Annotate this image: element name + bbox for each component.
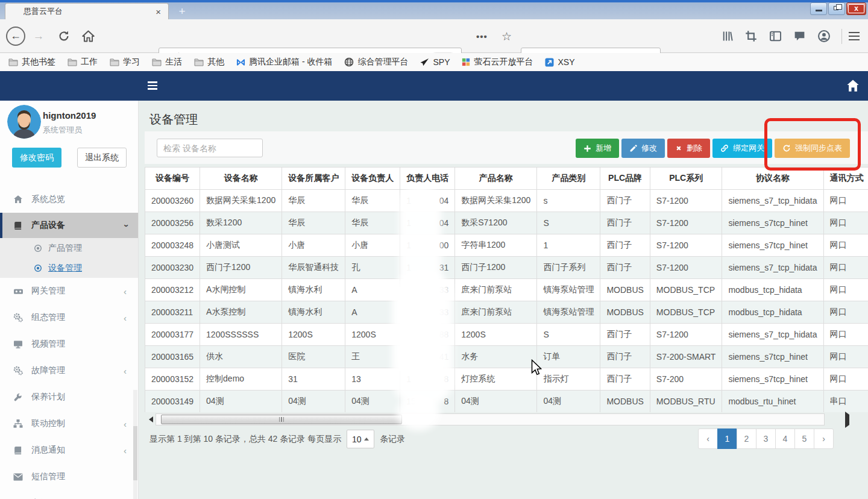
home-button[interactable] (82, 30, 95, 42)
browser-tab[interactable]: 思普云平台 × (5, 3, 169, 19)
sidebar-item-label: 设备管理 (48, 263, 82, 274)
cell: 200003165 (145, 346, 200, 368)
table-row[interactable]: 200003152控制demo311318灯控系统指示灯西门子S7-200sie… (145, 368, 868, 391)
folder-icon (68, 58, 77, 66)
sidebar-item[interactable]: 组态管理‹ (0, 304, 139, 331)
logout-button[interactable]: 退出系统 (77, 148, 127, 168)
column-header: 设备编号 (145, 168, 200, 190)
cell: 华辰 (282, 212, 345, 234)
hscroll-left-arrow[interactable] (146, 413, 156, 425)
table-row[interactable]: 200003212A水闸控制镇海水利A33庶来门前泵站镇海泵站管理MODBUSM… (145, 279, 868, 301)
cell: 镇海水利 (282, 279, 345, 301)
table-row[interactable]: 20000314904测04测04测15804测04测MODBUSMODBUS_… (145, 391, 868, 413)
bookmark-item[interactable]: SPY (420, 57, 450, 67)
new-tab-button[interactable]: + (174, 5, 190, 18)
cell-phone: 33 (400, 279, 455, 301)
next-page-button[interactable]: › (814, 428, 834, 449)
bookmark-item[interactable]: 生活 (152, 57, 182, 67)
cell: S (537, 324, 600, 346)
action-button[interactable]: 修改 (621, 139, 665, 158)
bookmark-item[interactable]: XSY (545, 57, 574, 67)
page-button[interactable]: 3 (756, 428, 776, 449)
sidebar-item[interactable]: 联动控制‹ (0, 410, 139, 437)
summary-suffix: 条记录 (380, 434, 405, 445)
table-row[interactable]: 200003260数据网关采集1200华辰华辰104数据网关采集1200s西门子… (145, 190, 868, 212)
change-password-button[interactable]: 修改密码 (12, 148, 61, 168)
table-row[interactable]: 2000031771200SSSSSS1200S1200S881200SS西门子… (145, 324, 868, 346)
home-icon (82, 30, 95, 42)
hscroll-right-arrow[interactable] (845, 415, 849, 425)
library-button[interactable] (721, 30, 733, 42)
sidebar-item[interactable]: 车间管理 (0, 490, 139, 499)
bookmark-item[interactable]: 萤石云开放平台 (462, 57, 533, 67)
cell: S7-1200 (650, 212, 722, 234)
sidebar-item[interactable]: 设备管理 (0, 258, 139, 278)
tab-close-button[interactable]: × (153, 7, 163, 17)
cell: modbus_tcp_hidata (722, 301, 823, 324)
action-button[interactable]: 新增 (576, 139, 619, 158)
sidebar-item[interactable]: 网关管理‹ (0, 278, 139, 304)
messenger-button[interactable] (793, 30, 806, 42)
username: hignton2019 (43, 110, 96, 121)
action-button[interactable]: 删除 (667, 139, 710, 158)
reload-button[interactable] (58, 30, 70, 42)
sidebar-collapse-button[interactable] (148, 81, 157, 92)
avatar[interactable] (7, 105, 41, 139)
menu-button[interactable] (849, 32, 860, 42)
device-search-input[interactable] (157, 139, 263, 157)
back-button[interactable]: ← (6, 27, 25, 46)
cell: 数采1200 (200, 212, 282, 234)
bookmark-label: 萤石云开放平台 (474, 57, 533, 67)
sidebar-item[interactable]: 保养计划 (0, 384, 139, 410)
minimize-button[interactable] (810, 2, 827, 15)
sidebar-item[interactable]: 产品设备‹ (0, 213, 139, 238)
horizontal-scrollbar[interactable] (156, 413, 825, 425)
bookmark-item[interactable]: 其他 (194, 57, 224, 67)
bookmark-item[interactable]: 腾讯企业邮箱 - 收件箱 (236, 57, 332, 67)
cell: S7-1200 (650, 190, 722, 212)
cell: 1200S (345, 324, 400, 346)
bookmark-item[interactable]: 其他书签 (8, 57, 55, 67)
cell: S7-1200 (650, 324, 722, 346)
chevron-left-icon: ‹ (124, 313, 127, 323)
account-button[interactable] (817, 30, 831, 43)
sidebar-item-label: 视频管理 (31, 339, 65, 350)
cell: 网口 (823, 257, 868, 279)
sidebar-toggle-button[interactable] (769, 30, 782, 42)
page-button[interactable]: 5 (794, 428, 814, 449)
cell: A (345, 301, 400, 324)
scrollbar-thumb[interactable] (161, 415, 402, 424)
page-button[interactable]: 2 (737, 428, 756, 449)
table-row[interactable]: 200003211A水泵控制镇海水利A33庶来门前泵站镇海泵站管理MODBUSM… (145, 301, 868, 324)
sidebar-item[interactable]: 系统总览 (0, 186, 139, 213)
restore-button[interactable] (828, 2, 845, 15)
sidebar-item[interactable]: 短信管理 (0, 463, 139, 490)
action-button[interactable]: 绑定网关 (712, 139, 772, 158)
bookmark-star-button[interactable]: ☆ (502, 29, 512, 43)
screenshot-button[interactable] (745, 30, 757, 42)
close-button[interactable]: x (846, 2, 866, 15)
table-row[interactable]: 200003256数采1200华辰华辰104数采S71200S西门子S7-120… (145, 212, 868, 234)
bookmark-item[interactable]: 学习 (110, 57, 140, 67)
page-actions-button[interactable]: ••• (476, 31, 488, 41)
bookmark-item[interactable]: 工作 (68, 57, 98, 67)
sidebar-item[interactable]: 故障管理‹ (0, 357, 139, 384)
table-row[interactable]: 200003248小唐测试小唐小唐100字符串12001西门子S7-1200si… (145, 234, 868, 257)
forward-button[interactable]: → (31, 30, 46, 43)
table-row[interactable]: 200003230西门子1200华辰智通科技孔131西门子1200西门子系列西门… (145, 257, 868, 279)
sidebar-item-label: 保养计划 (31, 392, 65, 403)
sidebar-scrollbar[interactable] (133, 390, 137, 499)
prev-page-button[interactable]: ‹ (698, 428, 718, 449)
sidebar-item[interactable]: 产品管理 (0, 238, 139, 258)
page-button[interactable]: 4 (775, 428, 795, 449)
page-button[interactable]: 1 (717, 428, 737, 449)
bookmark-item[interactable]: 综合管理平台 (344, 57, 408, 67)
app-home-button[interactable] (846, 79, 860, 95)
page-size-select[interactable]: 10 (347, 430, 374, 448)
sidebar-item[interactable]: 消息通知‹ (0, 437, 139, 463)
cell: S7-1200 (650, 257, 722, 279)
sitemap-icon (13, 419, 24, 429)
table-row[interactable]: 200003165供水医院王41水务订单西门子S7-200-SMARTsieme… (145, 346, 868, 368)
sidebar-item[interactable]: 视频管理 (0, 331, 139, 357)
action-button[interactable]: 强制同步点表 (775, 139, 850, 158)
